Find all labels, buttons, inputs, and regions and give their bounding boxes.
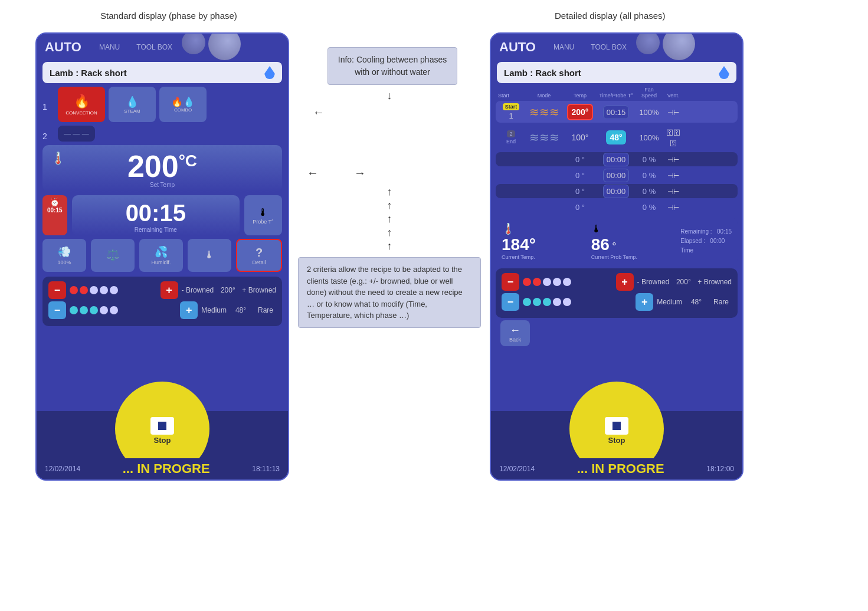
humidif-icon: 💦	[155, 245, 168, 258]
phase1-num: 1	[42, 97, 53, 111]
probe-box-left[interactable]: 🌡 Probe T°	[244, 195, 282, 235]
end-badge-2: 2	[507, 130, 515, 137]
row2-mode: ≋≋≋	[526, 130, 562, 144]
current-probe-val: 86	[591, 235, 610, 254]
row3-time-val: 00:00	[603, 153, 630, 166]
row2-fan-val: 100%	[639, 133, 659, 142]
arrow-up-1: ↑	[387, 186, 392, 198]
arrow-up-5: ↑	[387, 240, 392, 252]
probe-ctrl[interactable]: 🌡	[188, 239, 231, 272]
detail-ctrl[interactable]: ? Detail	[236, 239, 282, 272]
left-nav-manu[interactable]: MANU	[99, 43, 120, 51]
convection-mode-box[interactable]: 🔥 CONVECTION	[58, 87, 105, 122]
elapsed-val: 00:00	[710, 238, 725, 244]
right-browned-plus-btn[interactable]: +	[616, 273, 634, 291]
col-header-temp: Temp	[564, 93, 596, 98]
row1-num: 1	[509, 111, 513, 120]
arrow-left-2: ←	[307, 166, 319, 180]
level-ctrl[interactable]: ⚖️	[91, 239, 135, 272]
right-medium-label: Medium	[657, 298, 682, 306]
arrow-right-1: →	[354, 166, 366, 180]
right-dot-white-3	[563, 278, 571, 286]
temp-unit: °C	[179, 152, 197, 170]
browned-label: - Browned	[182, 286, 214, 294]
right-dot-red-2	[533, 278, 541, 286]
row4-temp: 0 °	[564, 171, 596, 180]
controls-row: 💨 100% ⚖️ 💦 Humidif. 🌡 ? Detail	[42, 239, 282, 272]
row5-fan: 0 %	[636, 187, 662, 196]
row1-time: 00:15	[598, 107, 634, 117]
row2-start: 2 End	[498, 130, 524, 144]
right-medium-minus-btn[interactable]: −	[502, 293, 519, 311]
right-recipe-bar: Lamb : Rack short	[497, 62, 736, 83]
right-medium-plus-btn[interactable]: +	[636, 293, 653, 311]
phase2-num: 2	[42, 127, 53, 141]
humidif-ctrl[interactable]: 💦 Humidif.	[139, 239, 183, 272]
vent-icon-2: ⚿⚿⚿	[666, 129, 680, 147]
right-rare-label: Rare	[710, 298, 732, 306]
detail-icon: ?	[256, 246, 263, 259]
convection-label: CONVECTION	[65, 110, 97, 116]
clock-icon-small: ⏰	[50, 198, 60, 207]
right-nav-toolbox[interactable]: TOOL BOX	[591, 43, 627, 51]
current-readings: 🌡️ 184° Current Temp. 🌡 86 ° Current Pro…	[496, 218, 738, 265]
right-dot-white-m1	[553, 298, 561, 306]
stop-area-left: Stop	[37, 411, 288, 458]
combo-icon: 🔥💧	[171, 96, 195, 107]
col-header-start: Start	[498, 93, 524, 98]
combo-mode-box[interactable]: 🔥💧 COMBO	[159, 87, 207, 122]
table-row-3: 0 ° 00:00 0 % ⊣⊢	[496, 152, 738, 166]
stop-btn-right[interactable]	[605, 417, 628, 435]
medium-temp: 48°	[230, 306, 251, 314]
dot-cyan-2	[80, 306, 88, 314]
timer-main: 00:15 Remaining Time	[72, 195, 240, 235]
row3-temp: 0 °	[564, 155, 596, 164]
remaining-block: Remaining : 00:15 Elapsed : 00:00 Time	[680, 227, 732, 255]
table-row-1: Start 1 ≋≋≋ 200° 00:15 100% ⊣⊢	[496, 101, 738, 123]
left-nav-toolbox[interactable]: TOOL BOX	[136, 43, 172, 51]
row3-vent: ⊣⊢	[664, 154, 682, 165]
row1-start: Start 1	[498, 103, 524, 120]
rare-label: Rare	[255, 306, 276, 314]
right-dot-white-m2	[563, 298, 571, 306]
left-date: 12/02/2014	[45, 465, 80, 473]
left-main-content: 1 🔥 CONVECTION 💧 STEAM 🔥💧 COMBO 2	[37, 87, 288, 326]
row2-probe: 48°	[598, 132, 634, 143]
row1-fan: 100%	[636, 107, 662, 117]
level-icon: ⚖️	[106, 248, 119, 261]
fan-ctrl[interactable]: 💨 100%	[42, 239, 86, 272]
arrow-up-2: ↑	[387, 199, 392, 212]
current-probe-thermo-icon: 🌡	[591, 223, 602, 235]
row1-temp-val: 200°	[567, 104, 594, 120]
stop-btn-left[interactable]	[150, 417, 174, 435]
row2-temp-val: 100°	[572, 133, 589, 142]
probe-ctrl-icon: 🌡	[204, 249, 215, 261]
row5-time: 00:00	[598, 186, 634, 196]
phase2-box[interactable]: — — —	[58, 126, 95, 142]
timer-big-val: 00:15	[126, 200, 186, 226]
right-browned-minus-btn[interactable]: −	[502, 273, 519, 291]
browned-plus-btn[interactable]: +	[161, 281, 178, 299]
right-nav-manu[interactable]: MANU	[553, 43, 574, 51]
steam-mode-box[interactable]: 💧 STEAM	[109, 87, 156, 122]
current-temp-label: Current Temp.	[502, 254, 535, 260]
stop-label-right: Stop	[608, 436, 625, 445]
browned-minus-btn[interactable]: −	[48, 281, 66, 299]
arrow-down-1: ↓	[289, 90, 490, 102]
elapsed-label: Elapsed :	[680, 238, 705, 244]
right-browned-label: - Browned	[637, 278, 670, 286]
row6-vent: ⊣⊢	[664, 202, 682, 212]
medium-plus-btn[interactable]: +	[180, 301, 198, 319]
timer-row: ⏰ 00:15 00:15 Remaining Time 🌡 Probe T°	[42, 195, 282, 235]
arrows-up-group: ↑ ↑ ↑ ↑ ↑	[289, 186, 490, 252]
right-medium-temp: 48°	[686, 298, 707, 306]
right-dot-cyan-2	[533, 298, 541, 306]
waves-icon-2: ≋≋≋	[529, 131, 559, 144]
row4-time: 00:00	[598, 170, 634, 180]
row1-time-val: 00:15	[603, 106, 630, 119]
medium-minus-btn[interactable]: −	[48, 301, 66, 319]
right-panel-title: Detailed display (all phases)	[555, 11, 666, 21]
probe-icon: 🌡	[258, 206, 268, 219]
right-dot-red-1	[523, 278, 531, 286]
back-btn[interactable]: ← Back	[500, 320, 530, 346]
